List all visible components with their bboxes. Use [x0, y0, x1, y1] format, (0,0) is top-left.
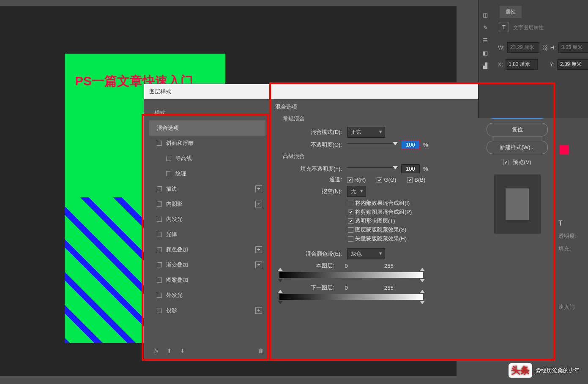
style-bevel[interactable]: 斜面和浮雕: [149, 136, 265, 151]
under-layer-label: 下一图层:: [275, 284, 334, 291]
brush-icon[interactable]: ✎: [479, 21, 492, 34]
height-input[interactable]: 3.05 厘米: [558, 42, 588, 53]
style-outer-glow[interactable]: 外发光: [149, 288, 265, 303]
reset-button[interactable]: 复位: [487, 123, 548, 136]
panel-title: 混合选项: [275, 103, 478, 111]
opacity-slider[interactable]: [347, 143, 398, 147]
style-texture[interactable]: 纹理: [149, 166, 265, 181]
properties-tab[interactable]: 属性: [500, 6, 522, 18]
opt-interior-fx[interactable]: 将内部效果混合成组(I): [348, 199, 478, 207]
channels-label: 通道:: [279, 176, 342, 183]
preview-checkbox[interactable]: 预览(V): [487, 158, 548, 166]
fill-slider[interactable]: [347, 167, 398, 171]
type-indicator: T: [558, 220, 588, 227]
style-pattern-overlay[interactable]: 图案叠加: [149, 272, 265, 288]
x-input[interactable]: 1.83 厘米: [506, 59, 538, 70]
link-icon[interactable]: ⛓: [542, 44, 548, 51]
color-swatch[interactable]: [560, 145, 569, 155]
settings-icon[interactable]: ☰: [479, 34, 492, 46]
style-gradient-overlay[interactable]: 渐变叠加+: [149, 257, 265, 272]
knockout-select[interactable]: 无: [347, 186, 366, 197]
blendif-select[interactable]: 灰色: [347, 248, 385, 259]
fx-icon[interactable]: fx: [154, 348, 159, 354]
fill-opacity-label: 填充不透明度(F):: [279, 165, 342, 173]
style-inner-shadow[interactable]: 内阴影+: [149, 196, 265, 212]
opt-vector-mask-hide[interactable]: 矢量蒙版隐藏效果(H): [348, 235, 478, 242]
trash-icon[interactable]: 🗑: [258, 348, 263, 354]
style-contour[interactable]: 等高线: [149, 151, 265, 166]
under-layer-gradient[interactable]: [279, 294, 423, 300]
type-icon: T: [499, 22, 509, 32]
dialog-title-text: 图层样式: [149, 88, 171, 95]
opacity-input[interactable]: 100: [401, 140, 420, 149]
styles-header[interactable]: 样式: [149, 105, 265, 120]
layer-style-dialog: 图层样式 × 样式 混合选项 斜面和浮雕 等高线 纹理 描边+ 内阴影+ 内发光…: [144, 84, 554, 361]
style-inner-glow[interactable]: 内发光: [149, 212, 265, 227]
this-layer-gradient[interactable]: [279, 272, 423, 278]
dialog-buttons: 确定 复位 新建样式(W)... 预览(V): [487, 105, 548, 234]
watermark-badge: 头条: [509, 363, 532, 378]
new-style-button[interactable]: 新建样式(W)...: [487, 141, 548, 154]
blendif-label: 混合颜色带(E):: [279, 250, 342, 258]
preview-box: [494, 174, 541, 234]
channel-r[interactable]: R(R): [347, 177, 366, 183]
blend-mode-label: 混合模式(D):: [279, 128, 342, 136]
type-layer-label: 文字图层属性: [513, 24, 544, 31]
y-input[interactable]: 2.39 厘米: [557, 59, 588, 70]
opt-layer-mask-hide[interactable]: 图层蒙版隐藏效果(S): [348, 226, 478, 234]
tool-icons: ◫ ✎ ☰ ◧ ▟: [479, 8, 492, 72]
style-satin[interactable]: 光泽: [149, 227, 265, 242]
opt-clipped-layers[interactable]: 将剪贴图层混合成组(P): [348, 208, 478, 216]
style-stroke[interactable]: 描边+: [149, 181, 265, 196]
add-icon[interactable]: +: [255, 261, 262, 268]
icon-1[interactable]: ◫: [479, 8, 492, 21]
blend-options-panel: 混合选项 常规混合 混合模式(D): 正常 不透明度(O): 100 % 高级混…: [275, 103, 478, 302]
add-icon[interactable]: +: [255, 185, 262, 192]
knockout-label: 挖空(N):: [279, 188, 342, 195]
watermark: 头条 @经历沧桑的少年: [509, 363, 580, 378]
width-input[interactable]: 23.29 厘米: [507, 42, 539, 53]
properties-panel: ◫ ✎ ☰ ◧ ▟ 属性 T 文字图层属性 W:23.29 厘米 ⛓ H:3.0…: [478, 0, 588, 118]
fill-input[interactable]: 100: [401, 164, 420, 173]
styles-footer: fx ⬆ ⬇ 🗑: [150, 345, 268, 357]
arrow-up-icon[interactable]: ⬆: [167, 348, 172, 354]
stamp-icon[interactable]: ▟: [479, 59, 492, 72]
add-icon[interactable]: +: [255, 307, 262, 314]
advanced-legend: 高级混合: [283, 153, 478, 160]
opacity-label: 不透明度(O):: [279, 141, 342, 149]
opt-transparency-shapes[interactable]: 透明形状图层(T): [348, 217, 478, 225]
style-blend-options[interactable]: 混合选项: [149, 120, 265, 136]
channel-g[interactable]: G(G): [377, 177, 396, 183]
add-icon[interactable]: +: [255, 246, 262, 253]
right-side-labels: T 透明度: 填充: 速入门: [558, 215, 588, 316]
styles-list: 样式 混合选项 斜面和浮雕 等高线 纹理 描边+ 内阴影+ 内发光 光泽 颜色叠…: [149, 105, 265, 318]
icon-4[interactable]: ◧: [479, 46, 492, 59]
arrow-down-icon[interactable]: ⬇: [180, 348, 185, 354]
general-legend: 常规混合: [283, 115, 478, 123]
this-layer-label: 本图层:: [275, 262, 334, 270]
watermark-text: @经历沧桑的少年: [536, 367, 580, 374]
blend-mode-select[interactable]: 正常: [347, 127, 385, 138]
style-color-overlay[interactable]: 颜色叠加+: [149, 242, 265, 257]
channel-b[interactable]: B(B): [407, 177, 425, 183]
style-drop-shadow[interactable]: 投影+: [149, 303, 265, 318]
add-icon[interactable]: +: [255, 201, 262, 207]
